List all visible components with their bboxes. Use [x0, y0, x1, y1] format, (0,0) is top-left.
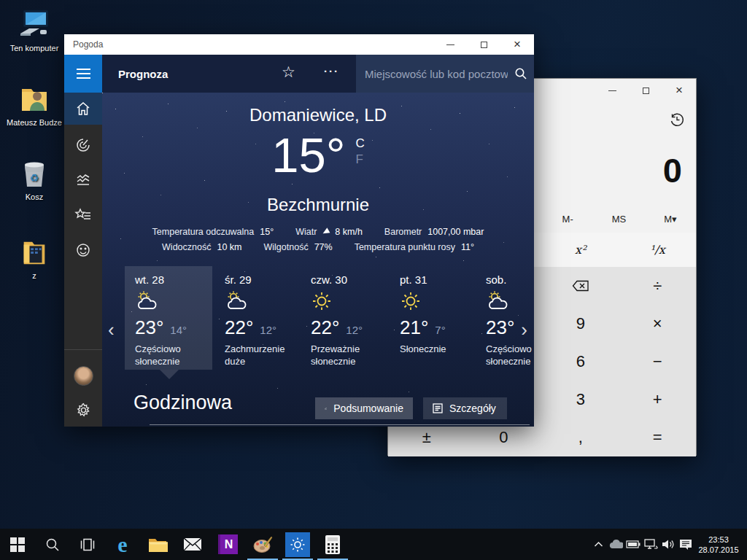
- star-list-icon: [74, 207, 92, 223]
- forecast-low: 12°: [260, 324, 276, 336]
- current-condition: Bezchmurnie: [102, 195, 534, 215]
- taskbar-weather-button[interactable]: [280, 529, 315, 560]
- search-icon[interactable]: [508, 67, 534, 80]
- sidebar-item-historical-weather[interactable]: [64, 164, 102, 196]
- detail-value: 11°: [461, 242, 474, 252]
- forecast-low: 12°: [346, 324, 363, 336]
- forecast-tile[interactable]: czw. 30 22°12° Przeważnie słonecznie: [301, 266, 388, 368]
- sidebar-item-maps[interactable]: [64, 129, 102, 161]
- weather-app-icon: [285, 532, 310, 557]
- start-button[interactable]: [0, 529, 35, 560]
- detail-value: 15°: [260, 227, 274, 237]
- forecast-tile-selected[interactable]: wt. 28 23°14° Częściowo słonecznie: [125, 266, 212, 370]
- tray-chevron-up-button[interactable]: [589, 529, 607, 560]
- key-3[interactable]: 3: [542, 381, 619, 419]
- unit-fahrenheit-toggle[interactable]: F: [356, 152, 365, 167]
- taskbar-onenote-button[interactable]: N: [210, 529, 245, 560]
- action-center-icon: [679, 539, 692, 551]
- more-options-button[interactable]: ···: [324, 65, 339, 77]
- close-button[interactable]: ×: [500, 34, 534, 55]
- memory-subtract-button[interactable]: M-: [542, 208, 593, 230]
- maximize-button[interactable]: [629, 79, 662, 102]
- taskbar-paint-button[interactable]: [245, 529, 280, 560]
- forecast-day: śr. 29: [225, 273, 302, 286]
- forecast-tile[interactable]: pt. 31 21°7° Słonecznie: [390, 266, 477, 355]
- clock-time: 23:53: [694, 534, 743, 545]
- forecast-tile[interactable]: sob. 23° Częściowo słonecznie: [476, 266, 534, 368]
- favorite-star-icon[interactable]: ☆: [282, 63, 295, 81]
- taskbar-calculator-button[interactable]: [315, 529, 350, 560]
- unit-celsius-toggle[interactable]: C: [356, 136, 365, 151]
- plus-key[interactable]: +: [619, 381, 697, 419]
- tray-onedrive-button[interactable]: [607, 529, 624, 560]
- forecast-condition: Częściowo słonecznie: [135, 343, 212, 368]
- search-box[interactable]: [356, 55, 534, 93]
- minimize-button[interactable]: [595, 79, 629, 102]
- sidebar-item-feedback[interactable]: [64, 234, 102, 266]
- multiply-key[interactable]: ×: [619, 305, 697, 343]
- taskbar-clock[interactable]: 23:53 28.07.2015: [694, 534, 747, 555]
- sidebar-item-settings[interactable]: [64, 394, 102, 426]
- equals-key[interactable]: =: [619, 419, 697, 456]
- sidebar-user-account[interactable]: [64, 359, 102, 392]
- line-chart-icon: [325, 403, 327, 413]
- paint-icon: [252, 535, 273, 554]
- calculator-icon: [325, 534, 341, 555]
- taskbar-file-explorer-button[interactable]: [140, 529, 175, 560]
- detail-label: Wilgotność: [264, 242, 309, 252]
- sidebar-item-favorites[interactable]: [64, 199, 102, 231]
- onenote-icon: N: [218, 534, 238, 554]
- tray-action-center-button[interactable]: [677, 529, 694, 560]
- divide-key[interactable]: ÷: [619, 267, 697, 305]
- close-button[interactable]: ×: [662, 79, 696, 102]
- forecast-day: sob.: [486, 273, 534, 286]
- battery-icon: [626, 540, 640, 548]
- taskbar-edge-button[interactable]: e: [105, 529, 140, 560]
- search-icon: [45, 537, 60, 552]
- tray-volume-button[interactable]: [659, 529, 677, 560]
- weather-titlebar[interactable]: Pogoda ×: [64, 34, 534, 55]
- gear-icon: [75, 402, 92, 419]
- memory-flyout-button[interactable]: M▾: [645, 208, 696, 230]
- desktop-icon-recycle-bin[interactable]: ♻ Kosz: [3, 156, 66, 202]
- reciprocal-key[interactable]: ¹/x: [619, 233, 697, 267]
- minus-key[interactable]: −: [619, 343, 697, 381]
- wind-direction-icon: [322, 228, 330, 236]
- chevron-right-icon[interactable]: ›: [521, 320, 527, 339]
- summary-toggle-button[interactable]: Podsumowanie: [315, 397, 413, 419]
- detail-label: Temperatura punktu rosy: [355, 242, 455, 252]
- chevron-left-icon[interactable]: ‹: [108, 320, 115, 339]
- backspace-key[interactable]: [542, 267, 619, 305]
- desktop-icon-folder-z[interactable]: z: [3, 235, 66, 281]
- task-view-button[interactable]: [70, 529, 105, 560]
- memory-store-button[interactable]: MS: [593, 208, 644, 230]
- minimize-button[interactable]: [433, 34, 467, 55]
- desktop-icon-this-pc[interactable]: Ten komputer: [3, 7, 66, 53]
- waves-chart-icon: [75, 172, 91, 188]
- history-icon[interactable]: [670, 112, 684, 127]
- partly-sunny-icon: [486, 290, 534, 314]
- square-key[interactable]: x²: [542, 233, 619, 267]
- taskbar-search-button[interactable]: [35, 529, 70, 560]
- radar-icon: [75, 137, 91, 153]
- temperature-value: 15°: [271, 129, 345, 182]
- file-explorer-icon: [147, 536, 168, 553]
- sidebar-item-forecast[interactable]: [64, 93, 102, 125]
- maximize-button[interactable]: [467, 34, 500, 55]
- tray-battery-button[interactable]: [624, 529, 642, 560]
- hamburger-menu-button[interactable]: [64, 55, 102, 93]
- tray-network-button[interactable]: [642, 529, 659, 560]
- weather-details: Temperatura odczuwalna15° Wiatr8 km/h Ba…: [102, 227, 534, 252]
- search-input[interactable]: [356, 68, 508, 80]
- forecast-tile[interactable]: śr. 29 22°12° Zachmurzenie duże: [214, 266, 302, 368]
- speaker-icon: [662, 539, 675, 550]
- user-folder-icon: [3, 82, 66, 115]
- key-9[interactable]: 9: [542, 305, 619, 343]
- key-6[interactable]: 6: [542, 343, 619, 381]
- mail-icon: [183, 537, 202, 551]
- desktop-icon-user-folder[interactable]: Mateusz Budze: [3, 82, 66, 128]
- window-title: Pogoda: [64, 39, 433, 50]
- taskbar-mail-button[interactable]: [175, 529, 210, 560]
- details-toggle-button[interactable]: Szczegóły: [423, 397, 507, 419]
- decimal-key[interactable]: ,: [542, 419, 619, 456]
